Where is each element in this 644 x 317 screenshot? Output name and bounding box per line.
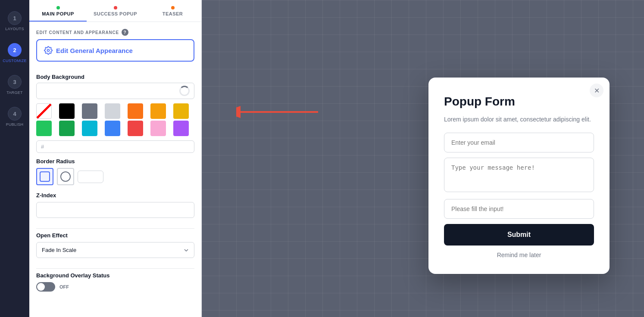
border-round-icon: [60, 171, 71, 182]
tab-label-teaser: TEASER: [163, 11, 183, 16]
popup-message-textarea[interactable]: [444, 158, 594, 192]
border-radius-input[interactable]: 15: [78, 171, 103, 183]
appearance-box: Edit General Appearance: [36, 39, 194, 62]
sidebar-label-publish: Publish: [6, 122, 24, 127]
sidebar-label-customize: Customize: [3, 59, 27, 63]
swatch-lightgray[interactable]: [105, 103, 120, 119]
popup-remind-link[interactable]: Remind me later: [444, 252, 594, 258]
swatch-green[interactable]: [59, 121, 75, 136]
hex-input-row[interactable]: # FFFFFF: [36, 140, 194, 153]
swatch-transparent[interactable]: [36, 103, 52, 119]
tab-dot-main: [56, 6, 60, 9]
swatch-black[interactable]: [59, 103, 75, 119]
border-option-round[interactable]: [57, 168, 74, 185]
tab-dot-teaser: [171, 6, 175, 9]
sidebar-step-customize[interactable]: 2 Customize: [0, 39, 29, 67]
popup-title: Popup Form: [444, 95, 594, 109]
canvas-arrow: [236, 99, 322, 127]
swatch-purple[interactable]: [173, 121, 189, 136]
swatch-pink[interactable]: [150, 121, 166, 136]
divider-2: [36, 268, 194, 269]
sidebar-label-layouts: Layouts: [5, 27, 24, 31]
color-input-row[interactable]: #FFFFFF: [36, 83, 194, 99]
color-spinner: [179, 86, 190, 96]
popup-tabs: MAIN POPUP SUCCESS POPUP TEASER: [29, 0, 201, 22]
popup-description: Lorem ipsum dolor sit amet, consectetur …: [444, 115, 594, 124]
popup-submit-button[interactable]: Submit: [444, 224, 594, 246]
swatch-red[interactable]: [128, 121, 143, 136]
swatch-gray[interactable]: [82, 103, 97, 119]
hex-hash: #: [41, 143, 44, 150]
overlay-label: Background Overlay Status: [36, 272, 194, 279]
swatch-orange[interactable]: [128, 103, 143, 119]
z-index-label: Z-Index: [36, 192, 194, 199]
tab-main-popup[interactable]: MAIN POPUP: [29, 0, 87, 22]
sidebar-step-target[interactable]: 3 Target: [0, 71, 29, 99]
z-index-input[interactable]: 99999: [36, 202, 194, 218]
appearance-title: Edit General Appearance: [56, 47, 133, 54]
edit-content-label: EDIT CONTENT AND APPEARANCE ?: [29, 22, 201, 39]
gear-icon: [44, 46, 53, 55]
swatch-amber[interactable]: [150, 103, 166, 119]
tab-label-success: SUCCESS POPUP: [94, 11, 137, 16]
tab-teaser[interactable]: TEASER: [144, 0, 201, 22]
step-circle-2: 2: [8, 43, 22, 57]
popup-email-input[interactable]: [444, 133, 594, 152]
overlay-toggle[interactable]: [36, 282, 55, 292]
tab-label-main: MAIN POPUP: [42, 11, 74, 16]
sidebar-step-layouts[interactable]: 1 Layouts: [0, 7, 29, 35]
svg-point-0: [47, 50, 50, 52]
appearance-box-header[interactable]: Edit General Appearance: [44, 46, 187, 55]
swatch-yellow[interactable]: [173, 103, 189, 119]
open-effect-select[interactable]: Fade In Scale Slide In Top Slide In Bott…: [36, 242, 194, 258]
open-effect-label: Open Effect: [36, 232, 194, 239]
border-radius-options: 15: [36, 168, 194, 185]
step-circle-3: 3: [8, 75, 22, 89]
swatch-blue[interactable]: [105, 121, 120, 136]
border-radius-label: Border Radius: [36, 158, 194, 165]
toggle-label: OFF: [59, 284, 69, 289]
step-circle-1: 1: [8, 11, 22, 25]
toggle-row: OFF: [36, 282, 194, 292]
swatch-cyan[interactable]: [82, 121, 97, 136]
body-background-label: Body Background: [29, 68, 201, 83]
popup-close-button[interactable]: ✕: [590, 84, 603, 97]
swatch-lightgreen[interactable]: [36, 121, 52, 136]
overlay-section: Background Overlay Status OFF: [29, 272, 201, 298]
tab-success-popup[interactable]: SUCCESS POPUP: [87, 0, 144, 22]
border-sharp-icon: [40, 171, 50, 182]
hex-input[interactable]: FFFFFF: [47, 143, 190, 150]
popup-modal: ✕ Popup Form Lorem ipsum dolor sit amet,…: [428, 78, 610, 274]
divider-1: [36, 228, 194, 229]
popup-fill-input[interactable]: [444, 199, 594, 219]
canvas-area: ✕ Popup Form Lorem ipsum dolor sit amet,…: [202, 0, 644, 317]
border-option-sharp[interactable]: [36, 168, 53, 185]
step-circle-4: 4: [8, 107, 22, 121]
border-radius-section: Border Radius 15: [29, 158, 201, 192]
help-icon[interactable]: ?: [122, 29, 128, 36]
z-index-section: Z-Index 99999: [29, 192, 201, 225]
editor-panel: MAIN POPUP SUCCESS POPUP TEASER EDIT CON…: [29, 0, 202, 317]
left-sidebar: 1 Layouts 2 Customize 3 Target 4 Publish: [0, 0, 29, 317]
toggle-knob: [37, 283, 45, 291]
sidebar-label-target: Target: [6, 90, 23, 95]
color-swatches: [36, 103, 194, 136]
open-effect-section: Open Effect Fade In Scale Slide In Top S…: [29, 232, 201, 265]
sidebar-step-publish[interactable]: 4 Publish: [0, 103, 29, 131]
tab-dot-success: [114, 6, 117, 9]
color-text-input[interactable]: #FFFFFF: [41, 88, 176, 94]
